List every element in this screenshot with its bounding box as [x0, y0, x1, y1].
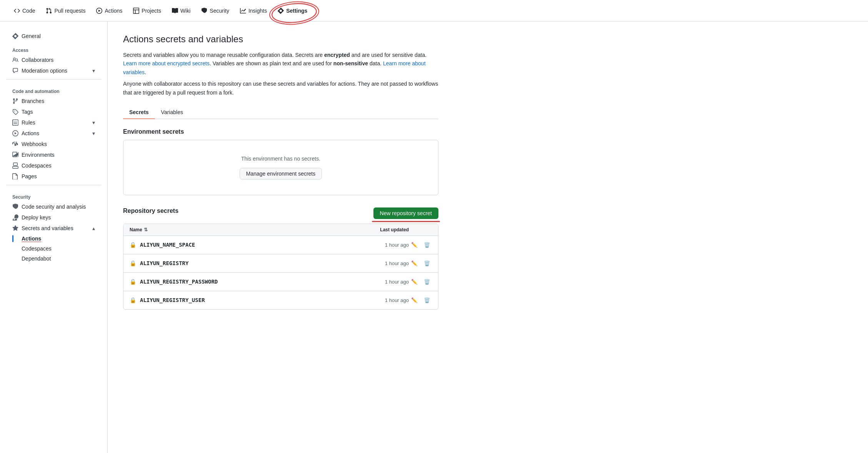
sidebar-sub-item-codespaces[interactable]: Codespaces [6, 244, 101, 254]
sidebar-item-secrets-and-variables[interactable]: Secrets and variables ▴ [6, 223, 101, 234]
secret-name-3: 🔒 ALIYUN_REGISTRY_PASSWORD [130, 279, 347, 285]
secret-name-4: 🔒 ALIYUN_REGISTRY_USER [130, 297, 347, 303]
sidebar-item-branches[interactable]: Branches [6, 96, 101, 106]
edit-secret-3-button[interactable]: ✏️ [410, 277, 419, 286]
main-content: Actions secrets and variables Secrets an… [108, 22, 454, 453]
sidebar-sub-item-actions[interactable]: Actions [6, 234, 101, 244]
col-name-header: Name ⇅ [130, 227, 347, 232]
sidebar-item-deploy-keys[interactable]: Deploy keys [6, 212, 101, 223]
sidebar-item-tags[interactable]: Tags [6, 106, 101, 117]
sidebar-item-codespaces[interactable]: Codespaces [6, 160, 101, 171]
env-secrets-empty: This environment has no secrets. [131, 156, 430, 162]
nav-pull-requests[interactable]: Pull requests [41, 5, 90, 17]
sidebar-sub-item-dependabot[interactable]: Dependabot [6, 254, 101, 264]
repo-secrets-header: Repository secrets New repository secret [123, 207, 438, 219]
secret-actions-1: ✏️ 🗑️ [409, 241, 432, 249]
secret-updated-2: 1 hour ago [347, 261, 409, 266]
link-encrypted-secrets[interactable]: Learn more about encrypted secrets [123, 60, 210, 66]
secret-updated-4: 1 hour ago [347, 297, 409, 303]
edit-secret-2-button[interactable]: ✏️ [410, 259, 419, 268]
nav-wiki[interactable]: Wiki [167, 5, 195, 17]
lock-icon-2: 🔒 [130, 260, 136, 266]
secret-name-1: 🔒 ALIYUN_NAME_SPACE [130, 242, 347, 248]
secret-actions-3: ✏️ 🗑️ [409, 277, 432, 286]
secret-actions-4: ✏️ 🗑️ [409, 296, 432, 305]
top-nav: Code Pull requests Actions Projects Wiki… [0, 0, 868, 22]
new-secret-underline [372, 221, 440, 222]
sidebar-section-access: Access [6, 41, 101, 55]
nav-settings-wrapper: Settings [273, 5, 312, 17]
rules-chevron: ▾ [92, 119, 95, 126]
divider-1 [6, 79, 101, 80]
secrets-chevron: ▴ [92, 225, 95, 231]
edit-secret-4-button[interactable]: ✏️ [410, 296, 419, 305]
secret-actions-2: ✏️ 🗑️ [409, 259, 432, 268]
tab-secrets[interactable]: Secrets [123, 106, 155, 119]
nav-actions[interactable]: Actions [92, 5, 127, 17]
tabs-container: Secrets Variables [123, 106, 438, 119]
lock-icon-3: 🔒 [130, 279, 136, 285]
nav-settings[interactable]: Settings [273, 5, 312, 17]
sidebar-item-code-security[interactable]: Code security and analysis [6, 201, 101, 212]
table-row: 🔒 ALIYUN_REGISTRY_USER 1 hour ago ✏️ 🗑️ [123, 291, 438, 309]
table-row: 🔒 ALIYUN_REGISTRY 1 hour ago ✏️ 🗑️ [123, 254, 438, 273]
divider-2 [6, 185, 101, 185]
sidebar-item-collaborators[interactable]: Collaborators [6, 55, 101, 65]
delete-secret-3-button[interactable]: 🗑️ [422, 277, 432, 286]
sidebar-item-pages[interactable]: Pages [6, 171, 101, 182]
secrets-table: Name ⇅ Last updated 🔒 ALIYUN_NAME_SPACE … [123, 224, 438, 310]
lock-icon-1: 🔒 [130, 242, 136, 248]
description-2: Anyone with collaborator access to this … [123, 80, 438, 97]
table-row: 🔒 ALIYUN_NAME_SPACE 1 hour ago ✏️ 🗑️ [123, 236, 438, 254]
sidebar-item-environments[interactable]: Environments [6, 149, 101, 160]
lock-icon-4: 🔒 [130, 297, 136, 303]
nav-projects[interactable]: Projects [128, 5, 166, 17]
sidebar-item-moderation[interactable]: Moderation options ▾ [6, 65, 101, 76]
env-secrets-title: Environment secrets [123, 128, 438, 135]
sort-icon: ⇅ [144, 227, 148, 232]
col-updated-header: Last updated [347, 227, 409, 232]
secret-updated-1: 1 hour ago [347, 242, 409, 248]
description-1: Secrets and variables allow you to manag… [123, 51, 438, 76]
nav-insights[interactable]: Insights [235, 5, 272, 17]
nav-security[interactable]: Security [197, 5, 234, 17]
manage-env-secrets-button[interactable]: Manage environment secrets [240, 168, 322, 179]
main-layout: General Access Collaborators Moderation … [0, 22, 868, 453]
new-repository-secret-button[interactable]: New repository secret [373, 207, 438, 219]
table-row: 🔒 ALIYUN_REGISTRY_PASSWORD 1 hour ago ✏️… [123, 273, 438, 291]
moderation-chevron: ▾ [92, 68, 95, 74]
sidebar-item-actions[interactable]: Actions ▾ [6, 128, 101, 139]
page-title: Actions secrets and variables [123, 34, 438, 45]
tab-variables[interactable]: Variables [155, 106, 189, 119]
sidebar-item-general[interactable]: General [6, 31, 101, 41]
delete-secret-1-button[interactable]: 🗑️ [422, 241, 432, 249]
actions-chevron: ▾ [92, 130, 95, 136]
secret-updated-3: 1 hour ago [347, 279, 409, 285]
edit-secret-1-button[interactable]: ✏️ [410, 241, 419, 249]
repo-secrets-title: Repository secrets [123, 207, 178, 214]
sidebar-section-security: Security [6, 188, 101, 201]
new-secret-wrapper: New repository secret [373, 207, 438, 219]
sidebar-section-code-automation: Code and automation [6, 83, 101, 96]
delete-secret-2-button[interactable]: 🗑️ [422, 259, 432, 268]
secret-name-2: 🔒 ALIYUN_REGISTRY [130, 260, 347, 266]
delete-secret-4-button[interactable]: 🗑️ [422, 296, 432, 305]
table-header: Name ⇅ Last updated [123, 224, 438, 236]
nav-code[interactable]: Code [9, 5, 40, 17]
sidebar-item-rules[interactable]: Rules ▾ [6, 117, 101, 128]
sidebar: General Access Collaborators Moderation … [0, 22, 108, 453]
env-secrets-box: This environment has no secrets. Manage … [123, 140, 438, 195]
sidebar-item-webhooks[interactable]: Webhooks [6, 139, 101, 149]
